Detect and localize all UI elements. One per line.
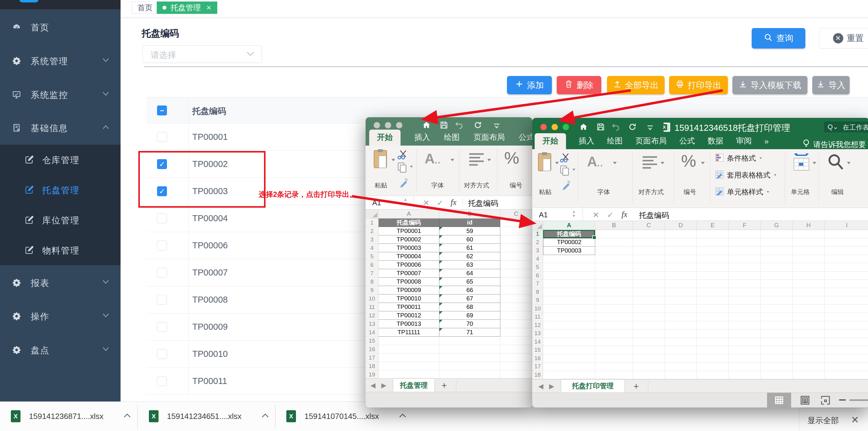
download-file-chip[interactable]: X159141070145....xlsx bbox=[286, 405, 407, 428]
cell[interactable] bbox=[500, 311, 532, 320]
save-icon[interactable] bbox=[596, 122, 605, 131]
cell[interactable] bbox=[595, 371, 633, 379]
column-header-I[interactable]: I bbox=[825, 221, 868, 230]
sidebar-item-3[interactable]: 系统监控 bbox=[0, 80, 121, 109]
chevron-up-icon[interactable] bbox=[261, 413, 269, 419]
row-checkbox[interactable]: ✓ bbox=[157, 186, 167, 196]
cell[interactable] bbox=[761, 247, 793, 255]
cell[interactable] bbox=[697, 371, 729, 379]
cell[interactable]: 63 bbox=[439, 261, 500, 269]
cell[interactable] bbox=[595, 305, 633, 313]
cell[interactable] bbox=[665, 346, 697, 355]
row-number[interactable]: 14 bbox=[532, 338, 543, 346]
cell[interactable] bbox=[378, 370, 439, 378]
row-number[interactable]: 18 bbox=[366, 362, 378, 370]
row-number[interactable]: 3 bbox=[532, 247, 543, 255]
search-box[interactable]: Q⌄ 在工作表 bbox=[824, 121, 868, 132]
paste-icon[interactable] bbox=[537, 152, 553, 174]
cell[interactable] bbox=[665, 272, 697, 280]
cell[interactable] bbox=[543, 363, 595, 371]
cell[interactable]: 70 bbox=[439, 320, 500, 328]
font-settings-icon[interactable]: A.. bbox=[425, 150, 441, 167]
cut-icon[interactable] bbox=[559, 152, 571, 164]
cell[interactable] bbox=[665, 296, 697, 305]
cell[interactable] bbox=[500, 320, 532, 328]
sidebar-item-5[interactable]: 仓库管理 bbox=[0, 145, 121, 174]
font-dropdown-icon[interactable] bbox=[451, 159, 454, 161]
cell[interactable]: TP11111 bbox=[378, 328, 439, 337]
row-number[interactable]: 15 bbox=[366, 337, 378, 345]
ribbon-tab-8[interactable]: » bbox=[764, 137, 769, 149]
row-number[interactable]: 9 bbox=[532, 296, 543, 305]
cell[interactable] bbox=[793, 346, 825, 355]
cell[interactable] bbox=[761, 238, 793, 247]
cell[interactable] bbox=[697, 263, 729, 272]
cell[interactable] bbox=[665, 263, 697, 272]
cell[interactable] bbox=[633, 363, 665, 371]
row-checkbox[interactable] bbox=[157, 322, 167, 332]
cell[interactable] bbox=[595, 280, 633, 288]
cell[interactable] bbox=[729, 355, 761, 363]
cell[interactable] bbox=[825, 296, 868, 305]
cell[interactable] bbox=[697, 272, 729, 280]
row-checkbox[interactable] bbox=[157, 376, 167, 386]
cell[interactable] bbox=[595, 346, 633, 355]
cell[interactable] bbox=[793, 363, 825, 371]
cell[interactable] bbox=[761, 288, 793, 297]
cell[interactable] bbox=[595, 238, 633, 247]
cell[interactable] bbox=[761, 313, 793, 321]
cell[interactable] bbox=[825, 346, 868, 355]
cell[interactable] bbox=[825, 280, 868, 288]
number-format-icon[interactable]: % bbox=[681, 151, 696, 171]
cell[interactable] bbox=[595, 296, 633, 305]
cell[interactable] bbox=[697, 288, 729, 297]
column-header-E[interactable]: E bbox=[697, 221, 729, 230]
cell[interactable]: 托盘编码 bbox=[543, 230, 595, 238]
ribbon-tab-3[interactable]: 绘图 bbox=[444, 132, 460, 146]
zoom-window-icon[interactable] bbox=[563, 124, 569, 130]
row-number[interactable]: 4 bbox=[366, 244, 378, 252]
edit-dropdown-icon[interactable] bbox=[847, 162, 850, 164]
cell[interactable]: TP00006 bbox=[378, 261, 439, 269]
row-number[interactable]: 16 bbox=[366, 345, 378, 353]
cell[interactable]: TP00013 bbox=[378, 320, 439, 328]
sidebar-item-11[interactable]: 盘点 bbox=[0, 335, 121, 364]
row-number[interactable]: 12 bbox=[366, 311, 378, 320]
cell[interactable] bbox=[500, 295, 532, 303]
reset-button[interactable]: ✕ 重置 bbox=[819, 28, 868, 49]
row-number[interactable]: 19 bbox=[366, 370, 378, 378]
cell[interactable] bbox=[825, 305, 868, 313]
cancel-entry-icon[interactable]: ✕ bbox=[423, 198, 430, 208]
prev-sheet-icon[interactable]: ◀ bbox=[538, 382, 544, 390]
copy-dropdown-icon[interactable] bbox=[410, 166, 413, 167]
cell[interactable] bbox=[793, 296, 825, 305]
cell[interactable]: 60 bbox=[439, 236, 500, 244]
cell[interactable] bbox=[793, 313, 825, 321]
cell[interactable] bbox=[729, 313, 761, 321]
cell[interactable]: 71 bbox=[439, 328, 500, 337]
cell[interactable]: 65 bbox=[439, 278, 500, 286]
cell[interactable] bbox=[729, 371, 761, 379]
cell[interactable] bbox=[665, 255, 697, 264]
row-number[interactable]: 11 bbox=[366, 303, 378, 311]
column-header-A[interactable]: A bbox=[378, 210, 439, 218]
format-painter-icon[interactable] bbox=[398, 176, 410, 190]
toolbar-button-6[interactable]: 导入 bbox=[812, 76, 849, 94]
cell[interactable] bbox=[825, 321, 868, 330]
cell[interactable]: TP00012 bbox=[378, 311, 439, 320]
cell[interactable] bbox=[697, 355, 729, 363]
cell[interactable] bbox=[633, 247, 665, 255]
cell[interactable] bbox=[729, 363, 761, 371]
cell[interactable] bbox=[500, 261, 532, 269]
ribbon-tab-7[interactable]: 审阅 bbox=[736, 135, 752, 149]
cell[interactable] bbox=[761, 280, 793, 288]
ribbon-tab-5[interactable]: 公式 bbox=[519, 132, 532, 146]
cell[interactable] bbox=[793, 272, 825, 280]
sidebar-item-7[interactable]: 库位管理 bbox=[0, 206, 121, 235]
name-box-stepper[interactable]: ▲▼ bbox=[572, 210, 576, 217]
alignment-dropdown-icon[interactable] bbox=[661, 162, 664, 164]
cell[interactable] bbox=[697, 296, 729, 305]
cell[interactable]: TP00007 bbox=[378, 269, 439, 278]
undo-icon[interactable] bbox=[455, 121, 464, 130]
number-dropdown-icon[interactable] bbox=[701, 162, 705, 164]
